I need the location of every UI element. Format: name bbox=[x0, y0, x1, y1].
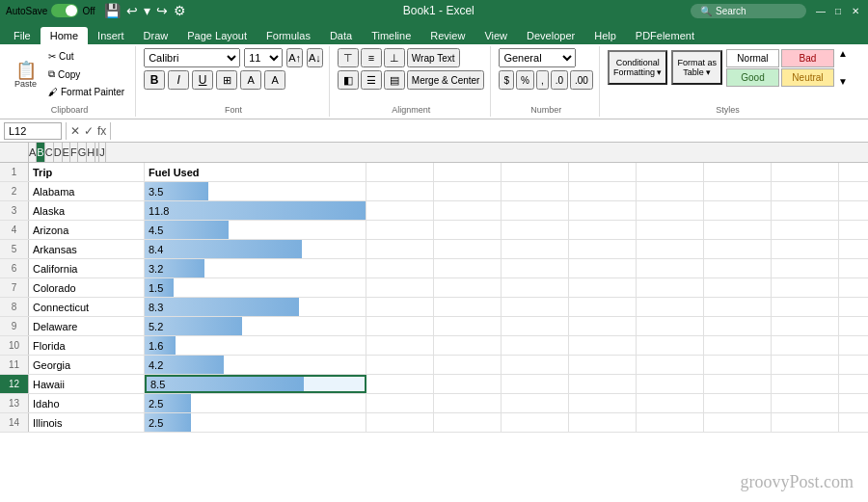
underline-button[interactable]: U bbox=[192, 70, 213, 90]
row-num[interactable]: 11 bbox=[0, 356, 29, 374]
cell-f3[interactable] bbox=[569, 201, 637, 220]
cell-j12[interactable] bbox=[839, 375, 868, 393]
col-header-d[interactable]: D bbox=[54, 143, 63, 162]
row-num[interactable]: 10 bbox=[0, 336, 29, 355]
cell-b5[interactable]: 8.4 bbox=[145, 240, 366, 258]
tab-page-layout[interactable]: Page Layout bbox=[177, 27, 257, 44]
format-as-table-button[interactable]: Format asTable ▾ bbox=[671, 50, 722, 85]
cell-c8[interactable] bbox=[366, 298, 434, 316]
cell-j8[interactable] bbox=[839, 298, 868, 316]
cell-d8[interactable] bbox=[434, 298, 502, 316]
cell-c5[interactable] bbox=[366, 240, 434, 258]
save-icon[interactable]: 💾 bbox=[103, 2, 122, 19]
cell-g14[interactable] bbox=[637, 413, 704, 432]
cell-d13[interactable] bbox=[434, 394, 502, 412]
cell-a10[interactable]: Florida bbox=[29, 336, 145, 355]
cell-j3[interactable] bbox=[839, 201, 868, 220]
cell-c2[interactable] bbox=[366, 182, 434, 200]
cell-h1[interactable] bbox=[704, 163, 772, 181]
cell-c1[interactable] bbox=[366, 163, 434, 181]
row-num[interactable]: 12 bbox=[0, 375, 29, 393]
cell-g3[interactable] bbox=[637, 201, 704, 220]
cell-e3[interactable] bbox=[502, 201, 569, 220]
wrap-text-button[interactable]: Wrap Text bbox=[407, 48, 460, 67]
cell-g9[interactable] bbox=[637, 317, 704, 335]
cell-h9[interactable] bbox=[704, 317, 772, 335]
tab-data[interactable]: Data bbox=[320, 27, 362, 44]
paste-button[interactable]: 📋 Paste bbox=[10, 48, 41, 102]
align-center-button[interactable]: ☰ bbox=[361, 70, 382, 90]
cell-h14[interactable] bbox=[704, 413, 772, 432]
cell-e1[interactable] bbox=[502, 163, 569, 181]
cell-g8[interactable] bbox=[637, 298, 704, 316]
cell-h10[interactable] bbox=[704, 336, 772, 355]
cell-j10[interactable] bbox=[839, 336, 868, 355]
cell-d3[interactable] bbox=[434, 201, 502, 220]
cell-reference-box[interactable]: L12 bbox=[4, 122, 62, 140]
align-middle-button[interactable]: ≡ bbox=[361, 48, 382, 67]
number-format-select[interactable]: General bbox=[499, 48, 576, 67]
cell-b12[interactable]: 8.5 bbox=[145, 375, 366, 393]
thousands-button[interactable]: , bbox=[536, 70, 549, 90]
cell-g2[interactable] bbox=[637, 182, 704, 200]
col-header-f[interactable]: F bbox=[70, 143, 78, 162]
cell-j2[interactable] bbox=[839, 182, 868, 200]
cell-a13[interactable]: Idaho bbox=[29, 394, 145, 412]
cell-b4[interactable]: 4.5 bbox=[145, 221, 366, 239]
undo-icon[interactable]: ↩ bbox=[125, 2, 139, 19]
align-top-button[interactable]: ⊤ bbox=[338, 48, 359, 67]
align-bottom-button[interactable]: ⊥ bbox=[384, 48, 405, 67]
undo-dropdown-icon[interactable]: ▾ bbox=[143, 2, 151, 19]
row-num[interactable]: 2 bbox=[0, 182, 29, 200]
cell-g6[interactable] bbox=[637, 259, 704, 277]
cell-a5[interactable]: Arkansas bbox=[29, 240, 145, 258]
cell-b2[interactable]: 3.5 bbox=[145, 182, 366, 200]
cell-d14[interactable] bbox=[434, 413, 502, 432]
styles-scroll-down[interactable]: ▼ bbox=[838, 76, 848, 87]
cell-c11[interactable] bbox=[366, 356, 434, 374]
tab-timeline[interactable]: Timeline bbox=[362, 27, 420, 44]
decrease-font-button[interactable]: A↓ bbox=[307, 48, 323, 67]
cell-f2[interactable] bbox=[569, 182, 637, 200]
cell-f4[interactable] bbox=[569, 221, 637, 239]
cell-i4[interactable] bbox=[772, 221, 839, 239]
cell-b6[interactable]: 3.2 bbox=[145, 259, 366, 277]
col-header-e[interactable]: E bbox=[63, 143, 70, 162]
cell-i6[interactable] bbox=[772, 259, 839, 277]
cell-b8[interactable]: 8.3 bbox=[145, 298, 366, 316]
cell-c3[interactable] bbox=[366, 201, 434, 220]
cell-g12[interactable] bbox=[637, 375, 704, 393]
style-neutral[interactable]: Neutral bbox=[781, 68, 834, 87]
cell-h11[interactable] bbox=[704, 356, 772, 374]
cell-e13[interactable] bbox=[502, 394, 569, 412]
cell-e8[interactable] bbox=[502, 298, 569, 316]
row-num[interactable]: 1 bbox=[0, 163, 29, 181]
cut-button[interactable]: ✂ Cut bbox=[43, 48, 129, 65]
cell-b9[interactable]: 5.2 bbox=[145, 317, 366, 335]
percent-button[interactable]: % bbox=[516, 70, 534, 90]
cell-b14[interactable]: 2.5 bbox=[145, 413, 366, 432]
tab-insert[interactable]: Insert bbox=[88, 27, 134, 44]
fill-color-button[interactable]: A bbox=[240, 70, 261, 90]
cell-j9[interactable] bbox=[839, 317, 868, 335]
row-num[interactable]: 5 bbox=[0, 240, 29, 258]
tab-draw[interactable]: Draw bbox=[134, 27, 178, 44]
cell-d12[interactable] bbox=[434, 375, 502, 393]
row-num[interactable]: 8 bbox=[0, 298, 29, 316]
cell-a12[interactable]: Hawaii bbox=[29, 375, 145, 393]
align-right-button[interactable]: ▤ bbox=[384, 70, 405, 90]
cell-j11[interactable] bbox=[839, 356, 868, 374]
col-header-g[interactable]: G bbox=[78, 143, 88, 162]
tab-home[interactable]: Home bbox=[41, 27, 88, 44]
cell-d9[interactable] bbox=[434, 317, 502, 335]
cell-d7[interactable] bbox=[434, 278, 502, 297]
bold-button[interactable]: B bbox=[144, 70, 165, 90]
row-num[interactable]: 6 bbox=[0, 259, 29, 277]
cell-d10[interactable] bbox=[434, 336, 502, 355]
cell-g7[interactable] bbox=[637, 278, 704, 297]
cell-i3[interactable] bbox=[772, 201, 839, 220]
cell-b10[interactable]: 1.6 bbox=[145, 336, 366, 355]
cell-c12[interactable] bbox=[366, 375, 434, 393]
cell-h7[interactable] bbox=[704, 278, 772, 297]
cell-c4[interactable] bbox=[366, 221, 434, 239]
